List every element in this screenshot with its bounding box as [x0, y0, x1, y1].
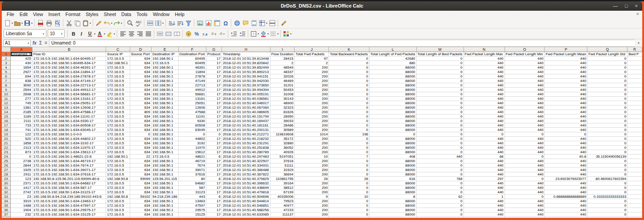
cell[interactable] [628, 88, 642, 92]
print-icon[interactable] [45, 18, 53, 28]
cell[interactable]: 440 [505, 97, 545, 101]
cell[interactable]: 7674 [178, 163, 206, 168]
conditional-formatting-icon[interactable]: ▾ [282, 29, 292, 38]
cell[interactable]: 232 [11, 212, 33, 217]
row-header[interactable]: 13 [2, 106, 11, 110]
cell[interactable]: 634 [130, 137, 151, 141]
cell[interactable]: 2018-12-01 10:51:40.067060 [222, 106, 270, 110]
cell[interactable]: 172.16.0.5 [106, 204, 130, 208]
cell[interactable]: 440 [464, 163, 505, 168]
menu-edit[interactable]: Edit [17, 12, 30, 17]
cell[interactable]: 62 [416, 195, 464, 199]
font-name-combobox[interactable]: Liberation Sa ▾ [4, 29, 46, 38]
cell[interactable]: 0 [329, 128, 369, 132]
cell[interactable]: 440 [545, 114, 587, 119]
cell[interactable]: 1417 [11, 186, 33, 190]
cell[interactable]: 46469 [270, 79, 294, 83]
cell[interactable]: 32880 [270, 141, 294, 146]
cell[interactable]: 22 [130, 155, 151, 159]
cell[interactable]: 634 [130, 106, 151, 110]
cell[interactable]: 1 [464, 195, 505, 199]
row-header[interactable]: 25 [2, 159, 11, 163]
clone-formatting-icon[interactable] [94, 18, 103, 28]
cell[interactable]: 59102 [130, 195, 151, 199]
cell[interactable]: 0 [416, 101, 464, 106]
cell[interactable] [628, 190, 642, 195]
cell[interactable]: 0 [505, 177, 545, 181]
cell[interactable]: 440 [545, 101, 587, 106]
cell[interactable]: 192.168.50.1 [152, 146, 179, 150]
cell[interactable]: 172.16.0.5-192.168.50.1-634-63045-17 [32, 128, 106, 132]
cell[interactable]: 50453 [270, 88, 294, 92]
cell[interactable]: 11191 [178, 114, 206, 119]
cell[interactable]: 192.168.50.8 [106, 177, 130, 181]
cell[interactable]: 0 [329, 106, 369, 110]
special-character-icon[interactable]: Ω [221, 18, 230, 28]
cell[interactable]: 26 [295, 177, 329, 181]
cell[interactable] [628, 177, 642, 181]
cell[interactable]: 88000 [369, 106, 417, 110]
cell[interactable]: 2018-12-01 10:51:40.200131 [222, 128, 270, 132]
cell[interactable]: 0 [587, 106, 628, 110]
cell[interactable]: 88000 [369, 208, 417, 212]
cell[interactable]: 1654 [11, 65, 33, 70]
cell[interactable]: 745 [11, 101, 33, 106]
freeze-panes-icon[interactable]: ▾ [258, 18, 268, 28]
merge-center-icon[interactable] [156, 29, 164, 38]
function-wizard-button[interactable]: fx [33, 41, 37, 45]
cell[interactable]: Unnamed: 0 [11, 52, 33, 57]
cell[interactable]: 31008 [270, 92, 294, 97]
cell[interactable]: 80 [178, 177, 206, 181]
cell[interactable]: 1488 [11, 204, 33, 208]
title-bar[interactable]: DrDoS_DNS2.csv - LibreOffice Calc — □ × [2, 1, 642, 11]
cell[interactable]: 88000 [369, 181, 417, 186]
row-header[interactable]: 12 [2, 101, 11, 106]
cell[interactable]: 29575 [178, 208, 206, 212]
menu-format[interactable]: Format [63, 12, 83, 17]
cell[interactable]: 0 [329, 208, 369, 212]
cell[interactable]: 47588 [178, 110, 206, 114]
cell[interactable]: 0 [416, 199, 464, 204]
cell[interactable]: 0 [416, 181, 464, 186]
cell[interactable]: 17 [206, 106, 222, 110]
cell[interactable]: 88000 [369, 119, 417, 123]
cell[interactable]: 440 [464, 114, 505, 119]
row-header[interactable]: 5 [2, 70, 11, 74]
cell[interactable]: 0 [587, 141, 628, 146]
cell[interactable]: 634 [130, 74, 151, 79]
cell[interactable]: 2911 [11, 172, 33, 177]
cell[interactable]: 200 [295, 141, 329, 146]
cell[interactable]: 46719 [178, 159, 206, 163]
cell[interactable]: 40977 [270, 204, 294, 208]
cell[interactable]: 634 [130, 159, 151, 163]
cell[interactable]: 17 [206, 110, 222, 114]
cell[interactable]: 172.16.0.5 [106, 199, 130, 204]
cell[interactable]: 47597 [178, 204, 206, 208]
cell[interactable]: 200 [295, 123, 329, 128]
cell[interactable]: 17 [206, 128, 222, 132]
cell[interactable]: 172.16.0.5-192.168.50.1-634-47597-17 [32, 204, 106, 208]
cell[interactable]: 172.16.0.5-192.168.50.1-634-49912-17 [32, 88, 106, 92]
cell[interactable]: 634 [130, 70, 151, 74]
cell[interactable]: 0 [416, 106, 464, 110]
cell[interactable]: 634 [130, 172, 151, 177]
cell[interactable]: 2738 [11, 159, 33, 163]
cell[interactable]: 192.168.50.1 [152, 217, 179, 218]
cell[interactable]: 172.16.0.5-192.168.50.1-634-11191-17 [32, 114, 106, 119]
cell[interactable]: 172.16.0.5 [106, 70, 130, 74]
cell[interactable] [628, 208, 642, 212]
cell[interactable]: 200 [295, 159, 329, 163]
menu-styles[interactable]: Styles [83, 12, 101, 17]
cell[interactable]: 192.168.50.1 [152, 168, 179, 172]
new-document-icon[interactable]: ▾ [4, 18, 13, 28]
expand-formula-bar-button[interactable]: ▾ [635, 41, 642, 45]
cell[interactable]: 440 [545, 88, 587, 92]
align-justify-icon[interactable] [144, 29, 152, 38]
cell[interactable]: 0 [329, 190, 369, 195]
column-header-F[interactable]: F [178, 47, 206, 52]
cell[interactable]: 0 [587, 204, 628, 208]
row-header[interactable]: 18 [2, 128, 11, 132]
cell[interactable]: 88000 [369, 204, 417, 208]
cell[interactable]: 0 [416, 163, 464, 168]
cell[interactable]: 17 [206, 57, 222, 61]
